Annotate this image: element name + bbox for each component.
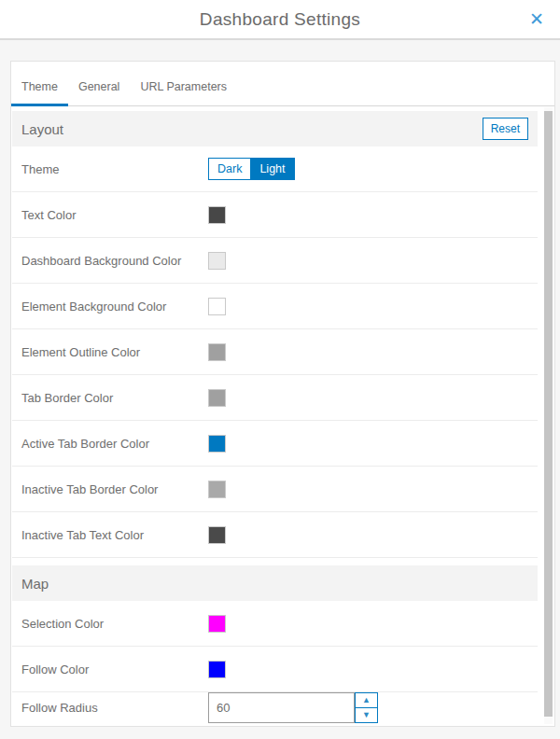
row-label: Element Background Color [21, 300, 208, 314]
follow-color-swatch[interactable] [208, 661, 226, 678]
section-header-map: Map [12, 565, 538, 601]
element-outline-color-row: Element Outline Color [12, 329, 538, 375]
spinner-down-icon[interactable]: ▼ [356, 708, 377, 722]
tab-border-color-row: Tab Border Color [12, 375, 538, 421]
tab-theme[interactable]: Theme [11, 80, 68, 105]
active-tab-border-color-row: Active Tab Border Color [12, 421, 538, 467]
tab-border-color-swatch[interactable] [208, 389, 226, 407]
row-label: Tab Border Color [21, 391, 208, 405]
element-background-color-row: Element Background Color [12, 284, 538, 329]
text-color-row: Text Color [12, 192, 538, 238]
tab-url-parameters[interactable]: URL Parameters [130, 80, 237, 105]
selection-color-swatch[interactable] [208, 615, 226, 633]
dialog-title: Dashboard Settings [200, 9, 360, 30]
row-label: Active Tab Border Color [21, 437, 208, 451]
inactive-tab-text-color-row: Inactive Tab Text Color [12, 512, 538, 558]
element-outline-color-swatch[interactable] [208, 343, 226, 361]
row-label: Text Color [21, 208, 208, 222]
reset-button[interactable]: Reset [483, 118, 528, 140]
section-title-map: Map [21, 576, 49, 592]
element-background-color-swatch[interactable] [208, 298, 226, 315]
theme-toggle-dark-button[interactable]: Dark [208, 158, 251, 180]
tab-bar: Theme General URL Parameters [11, 62, 554, 106]
follow-radius-stepper: ▲ ▼ [208, 692, 378, 723]
row-label: Follow Color [21, 662, 208, 676]
inactive-tab-border-color-row: Inactive Tab Border Color [12, 467, 538, 512]
row-label: Inactive Tab Text Color [21, 528, 208, 542]
row-label: Inactive Tab Border Color [21, 482, 208, 496]
row-label: Follow Radius [21, 701, 208, 715]
scrollbar-thumb[interactable] [544, 111, 553, 717]
follow-color-row: Follow Color [12, 647, 538, 692]
theme-toggle: Dark Light [208, 158, 295, 180]
theme-row-label: Theme [21, 162, 208, 176]
tab-general[interactable]: General [68, 80, 130, 105]
scrollbar-track[interactable] [544, 107, 553, 724]
dialog-header: Dashboard Settings ✕ [0, 0, 560, 40]
spinner-up-icon[interactable]: ▲ [356, 693, 377, 708]
active-tab-border-color-swatch[interactable] [208, 435, 226, 453]
follow-radius-spinner: ▲ ▼ [355, 692, 378, 723]
row-label: Element Outline Color [21, 345, 208, 359]
follow-radius-row: Follow Radius ▲ ▼ [12, 692, 538, 727]
row-label: Dashboard Background Color [21, 254, 208, 268]
follow-radius-input[interactable] [208, 692, 355, 723]
theme-toggle-light-button[interactable]: Light [251, 158, 294, 180]
text-color-swatch[interactable] [208, 206, 226, 224]
settings-panel: Theme General URL Parameters Layout Rese… [10, 61, 555, 727]
selection-color-row: Selection Color [12, 601, 538, 647]
close-icon[interactable]: ✕ [527, 8, 546, 30]
dashboard-background-color-row: Dashboard Background Color [12, 238, 538, 284]
section-header-layout: Layout Reset [12, 111, 538, 146]
inactive-tab-text-color-swatch[interactable] [208, 526, 226, 544]
row-label: Selection Color [21, 617, 208, 631]
section-title-layout: Layout [21, 121, 63, 137]
dashboard-background-color-swatch[interactable] [208, 252, 226, 270]
theme-row: Theme Dark Light [12, 146, 538, 192]
inactive-tab-border-color-swatch[interactable] [208, 481, 226, 498]
